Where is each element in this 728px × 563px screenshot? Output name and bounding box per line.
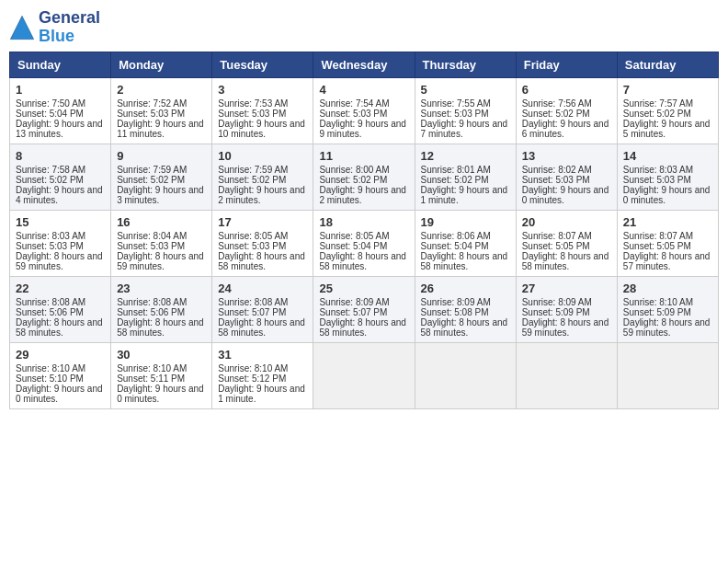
day-number: 7: [623, 83, 712, 97]
day-header-wednesday: Wednesday: [313, 52, 415, 77]
day-cell: 6Sunrise: 7:56 AMSunset: 5:02 PMDaylight…: [516, 77, 617, 144]
daylight-text: Daylight: 9 hours and 3 minutes.: [117, 185, 206, 205]
sunrise-text: Sunrise: 8:07 AM: [522, 231, 611, 241]
sunrise-text: Sunrise: 7:53 AM: [218, 98, 307, 109]
calendar-week-row: 15Sunrise: 8:03 AMSunset: 5:03 PMDayligh…: [10, 210, 719, 276]
sunrise-text: Sunrise: 7:56 AM: [522, 98, 611, 109]
day-header-tuesday: Tuesday: [212, 52, 313, 77]
sunset-text: Sunset: 5:09 PM: [623, 307, 712, 317]
calendar-week-row: 22Sunrise: 8:08 AMSunset: 5:06 PMDayligh…: [10, 276, 719, 342]
daylight-text: Daylight: 9 hours and 2 minutes.: [319, 185, 408, 205]
daylight-text: Daylight: 9 hours and 0 minutes.: [522, 185, 611, 205]
day-number: 16: [117, 215, 206, 229]
sunrise-text: Sunrise: 8:08 AM: [117, 297, 206, 307]
sunrise-text: Sunrise: 8:08 AM: [16, 297, 105, 307]
day-cell: 27Sunrise: 8:09 AMSunset: 5:09 PMDayligh…: [516, 276, 617, 342]
daylight-text: Daylight: 8 hours and 58 minutes.: [117, 317, 206, 338]
sunset-text: Sunset: 5:04 PM: [16, 109, 105, 119]
empty-day-cell: [415, 342, 516, 408]
day-cell: 10Sunrise: 7:59 AMSunset: 5:02 PMDayligh…: [212, 144, 313, 210]
daylight-text: Daylight: 9 hours and 0 minutes.: [623, 185, 712, 205]
daylight-text: Daylight: 8 hours and 58 minutes.: [421, 317, 510, 338]
sunset-text: Sunset: 5:03 PM: [218, 109, 307, 119]
sunset-text: Sunset: 5:03 PM: [421, 109, 510, 119]
day-number: 29: [16, 348, 105, 362]
day-cell: 30Sunrise: 8:10 AMSunset: 5:11 PMDayligh…: [111, 342, 212, 408]
day-header-thursday: Thursday: [415, 52, 516, 77]
day-number: 23: [117, 282, 206, 295]
logo-text: General Blue: [39, 9, 100, 46]
sunset-text: Sunset: 5:12 PM: [218, 373, 307, 384]
day-cell: 17Sunrise: 8:05 AMSunset: 5:03 PMDayligh…: [212, 210, 313, 276]
day-number: 28: [623, 282, 712, 295]
day-number: 24: [218, 282, 307, 295]
day-number: 25: [319, 282, 408, 295]
day-number: 15: [16, 215, 105, 229]
day-number: 13: [522, 149, 611, 163]
day-header-monday: Monday: [111, 52, 212, 77]
day-cell: 7Sunrise: 7:57 AMSunset: 5:02 PMDaylight…: [617, 77, 718, 144]
sunset-text: Sunset: 5:06 PM: [117, 307, 206, 317]
sunrise-text: Sunrise: 8:08 AM: [218, 297, 307, 307]
daylight-text: Daylight: 8 hours and 59 minutes.: [522, 317, 611, 338]
day-cell: 5Sunrise: 7:55 AMSunset: 5:03 PMDaylight…: [415, 77, 516, 144]
day-number: 2: [117, 83, 206, 97]
sunset-text: Sunset: 5:02 PM: [522, 109, 611, 119]
day-header-saturday: Saturday: [617, 52, 718, 77]
sunset-text: Sunset: 5:11 PM: [117, 373, 206, 384]
day-cell: 12Sunrise: 8:01 AMSunset: 5:02 PMDayligh…: [415, 144, 516, 210]
sunrise-text: Sunrise: 7:59 AM: [117, 165, 206, 175]
logo-icon: [9, 15, 35, 40]
day-cell: 15Sunrise: 8:03 AMSunset: 5:03 PMDayligh…: [10, 210, 111, 276]
day-header-friday: Friday: [516, 52, 617, 77]
sunrise-text: Sunrise: 8:07 AM: [623, 231, 712, 241]
day-number: 19: [421, 215, 510, 229]
sunset-text: Sunset: 5:03 PM: [117, 241, 206, 251]
day-cell: 28Sunrise: 8:10 AMSunset: 5:09 PMDayligh…: [617, 276, 718, 342]
sunset-text: Sunset: 5:07 PM: [218, 307, 307, 317]
daylight-text: Daylight: 8 hours and 58 minutes.: [218, 317, 307, 338]
daylight-text: Daylight: 9 hours and 13 minutes.: [16, 119, 105, 139]
sunrise-text: Sunrise: 8:04 AM: [117, 231, 206, 241]
sunset-text: Sunset: 5:05 PM: [623, 241, 712, 251]
day-cell: 29Sunrise: 8:10 AMSunset: 5:10 PMDayligh…: [10, 342, 111, 408]
daylight-text: Daylight: 8 hours and 58 minutes.: [319, 317, 408, 338]
sunset-text: Sunset: 5:02 PM: [117, 175, 206, 185]
daylight-text: Daylight: 9 hours and 2 minutes.: [218, 185, 307, 205]
sunrise-text: Sunrise: 7:54 AM: [319, 98, 408, 109]
daylight-text: Daylight: 9 hours and 0 minutes.: [16, 384, 105, 404]
sunset-text: Sunset: 5:05 PM: [522, 241, 611, 251]
sunrise-text: Sunrise: 7:57 AM: [623, 98, 712, 109]
sunrise-text: Sunrise: 7:52 AM: [117, 98, 206, 109]
sunset-text: Sunset: 5:07 PM: [319, 307, 408, 317]
sunrise-text: Sunrise: 7:50 AM: [16, 98, 105, 109]
day-cell: 23Sunrise: 8:08 AMSunset: 5:06 PMDayligh…: [111, 276, 212, 342]
day-cell: 22Sunrise: 8:08 AMSunset: 5:06 PMDayligh…: [10, 276, 111, 342]
sunrise-text: Sunrise: 8:10 AM: [218, 363, 307, 373]
sunset-text: Sunset: 5:06 PM: [16, 307, 105, 317]
day-number: 12: [421, 149, 510, 163]
day-number: 27: [522, 282, 611, 295]
logo: General Blue: [9, 9, 100, 46]
sunrise-text: Sunrise: 8:05 AM: [319, 231, 408, 241]
sunset-text: Sunset: 5:03 PM: [16, 241, 105, 251]
sunset-text: Sunset: 5:02 PM: [218, 175, 307, 185]
day-cell: 3Sunrise: 7:53 AMSunset: 5:03 PMDaylight…: [212, 77, 313, 144]
daylight-text: Daylight: 8 hours and 58 minutes.: [16, 317, 105, 338]
day-cell: 20Sunrise: 8:07 AMSunset: 5:05 PMDayligh…: [516, 210, 617, 276]
calendar-week-row: 29Sunrise: 8:10 AMSunset: 5:10 PMDayligh…: [10, 342, 719, 408]
sunrise-text: Sunrise: 8:05 AM: [218, 231, 307, 241]
daylight-text: Daylight: 9 hours and 1 minute.: [421, 185, 510, 205]
daylight-text: Daylight: 8 hours and 58 minutes.: [319, 251, 408, 271]
day-cell: 1Sunrise: 7:50 AMSunset: 5:04 PMDaylight…: [10, 77, 111, 144]
daylight-text: Daylight: 8 hours and 58 minutes.: [421, 251, 510, 271]
sunset-text: Sunset: 5:03 PM: [319, 109, 408, 119]
day-number: 9: [117, 149, 206, 163]
day-number: 14: [623, 149, 712, 163]
day-cell: 4Sunrise: 7:54 AMSunset: 5:03 PMDaylight…: [313, 77, 415, 144]
sunset-text: Sunset: 5:02 PM: [16, 175, 105, 185]
sunset-text: Sunset: 5:03 PM: [522, 175, 611, 185]
sunrise-text: Sunrise: 8:00 AM: [319, 165, 408, 175]
calendar-header-row: SundayMondayTuesdayWednesdayThursdayFrid…: [10, 52, 719, 77]
daylight-text: Daylight: 9 hours and 0 minutes.: [117, 384, 206, 404]
